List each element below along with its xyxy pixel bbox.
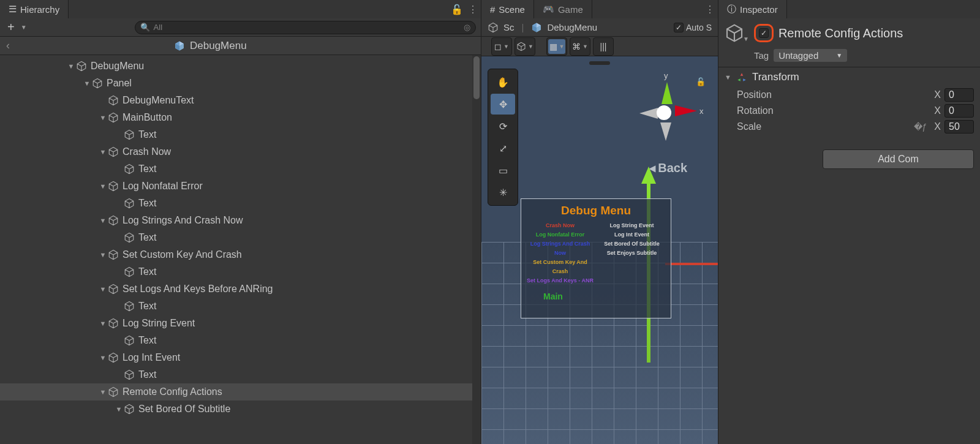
tree-item[interactable]: ▼Log Nonfatal Error <box>0 178 481 195</box>
scrollbar[interactable] <box>472 55 481 444</box>
tree-item[interactable]: Text <box>0 332 481 349</box>
tree-item[interactable]: Text <box>0 229 481 246</box>
rotation-x-field[interactable]: 0 <box>944 104 974 118</box>
prefab-caret-icon[interactable]: ▼ <box>743 36 749 42</box>
draw-mode-button[interactable]: ◻▼ <box>493 39 510 54</box>
auto-checkbox[interactable]: ✓ Auto S <box>674 23 712 32</box>
orientation-gizmo[interactable]: y x 🔓 <box>626 75 699 148</box>
tree-item[interactable]: ▼MainButton <box>0 109 481 126</box>
transform-tool[interactable]: ✳ <box>491 182 515 203</box>
tree-item[interactable]: ▼Set Logs And Keys Before ANRing <box>0 280 481 298</box>
gameobject-icon <box>108 249 119 260</box>
tree-item[interactable]: ▼Remote Config Actions <box>0 383 481 401</box>
position-x-field[interactable]: 0 <box>944 88 974 102</box>
transform-title: Transform <box>752 71 799 83</box>
tree-item[interactable]: Text <box>0 160 481 178</box>
overlay-grip[interactable] <box>589 61 610 65</box>
tree-item[interactable]: ▼Set Custom Key And Crash <box>0 246 481 263</box>
breadcrumb-back-icon[interactable]: ‹ <box>6 39 10 52</box>
scrollbar-thumb[interactable] <box>473 56 480 99</box>
foldout-icon[interactable]: ▼ <box>99 251 107 258</box>
grid-button[interactable]: ▦▼ <box>548 39 565 54</box>
foldout-icon[interactable]: ▼ <box>99 320 107 327</box>
scene-view[interactable]: ✋ ✥ ⟳ ⤢ ▭ ✳ y x 🔓 Back Debug Menu Crash … <box>481 56 718 444</box>
add-component-button[interactable]: Add Com <box>823 149 974 169</box>
move-handle-x[interactable] <box>665 263 718 265</box>
tab-hierarchy[interactable]: ☰ Hierarchy <box>0 0 69 18</box>
tree-item[interactable]: DebugMenuText <box>0 92 481 109</box>
rect-tool[interactable]: ▭ <box>491 160 515 181</box>
pivot-button[interactable]: ▼ <box>516 39 533 54</box>
debug-menu-title: Debug Menu <box>526 204 666 217</box>
foldout-icon[interactable]: ▼ <box>99 388 107 396</box>
crumb-current[interactable]: DebugMenu <box>547 22 597 32</box>
transform-header[interactable]: ▼ Transform <box>725 71 974 83</box>
tb-group-pivot: ▼ <box>514 37 535 56</box>
hierarchy-tree[interactable]: ▼DebugMenu▼PanelDebugMenuText▼MainButton… <box>0 55 481 444</box>
tree-item-label: Log String Event <box>123 318 195 329</box>
foldout-icon[interactable]: ▼ <box>725 73 731 81</box>
tag-value: Untagged <box>778 50 818 61</box>
tree-item-label: Log Strings And Crash Now <box>123 215 243 226</box>
foldout-icon[interactable]: ▼ <box>67 62 75 70</box>
tree-item[interactable]: Text <box>0 298 481 315</box>
search-target-icon[interactable]: ◎ <box>464 23 470 32</box>
foldout-icon[interactable]: ▼ <box>99 354 107 361</box>
debug-menu-ui: Debug Menu Crash NowLog Nonfatal ErrorLo… <box>521 198 671 318</box>
tree-item[interactable]: ▼Log Int Event <box>0 349 481 366</box>
search-input[interactable]: 🔍 All ◎ <box>135 21 476 34</box>
search-icon: 🔍 <box>140 23 150 32</box>
debug-menu-item: Log Int Event <box>598 230 666 239</box>
tree-item[interactable]: ▼Panel <box>0 75 481 92</box>
breadcrumb-label[interactable]: DebugMenu <box>190 40 247 52</box>
scale-tool[interactable]: ⤢ <box>491 138 515 159</box>
tree-item[interactable]: ▼Crash Now <box>0 143 481 160</box>
tab-game[interactable]: 🎮 Game <box>534 0 592 18</box>
tree-item[interactable]: Text <box>0 263 481 280</box>
tab-scene[interactable]: # Scene <box>481 0 534 18</box>
tag-dropdown[interactable]: Untagged ▼ <box>774 49 847 62</box>
create-button[interactable]: + <box>5 20 17 34</box>
foldout-icon[interactable]: ▼ <box>99 285 107 293</box>
object-name[interactable]: Remote Config Actions <box>778 26 903 40</box>
rotate-tool[interactable]: ⟳ <box>491 116 515 137</box>
active-checkbox[interactable]: ✓ <box>759 28 769 38</box>
crumb-prefix[interactable]: Sc <box>503 22 514 32</box>
scene-menu-icon[interactable]: ⋮ <box>702 0 718 18</box>
lock-icon[interactable]: 🔓 <box>449 0 465 18</box>
scale-x-field[interactable]: 50 <box>944 120 974 134</box>
tag-label: Tag <box>754 50 769 61</box>
foldout-icon[interactable]: ▼ <box>99 182 107 190</box>
tree-item[interactable]: ▼Log String Event <box>0 315 481 332</box>
debug-menu-item: Set Enjoys Subtitle <box>598 249 666 258</box>
foldout-icon[interactable]: ▼ <box>99 217 107 224</box>
foldout-icon[interactable]: ▼ <box>99 148 107 156</box>
snap-button[interactable]: ⌘▼ <box>571 39 589 54</box>
gameobject-icon <box>124 266 135 277</box>
tree-item[interactable]: ▼Set Bored Of Subtitle <box>0 401 481 418</box>
misc-button[interactable]: ||| <box>595 39 612 54</box>
tab-inspector[interactable]: ⓘ Inspector <box>718 0 787 18</box>
tree-item[interactable]: ▼Log Strings And Crash Now <box>0 212 481 229</box>
checkbox-icon: ✓ <box>674 23 684 32</box>
hand-tool[interactable]: ✋ <box>491 72 515 92</box>
gameobject-icon <box>108 318 119 329</box>
scene-tabbar: # Scene 🎮 Game ⋮ <box>481 0 718 18</box>
tree-item[interactable]: ▼DebugMenu <box>0 58 481 75</box>
constrain-icon[interactable]: �ƒ <box>914 122 927 132</box>
foldout-icon[interactable]: ▼ <box>99 114 107 121</box>
inspector-panel: ⓘ Inspector ▼ ✓ Remote Config Actions Ta… <box>718 0 980 444</box>
create-dropdown-icon[interactable]: ▼ <box>21 24 27 31</box>
move-tool[interactable]: ✥ <box>491 94 515 115</box>
hierarchy-tabbar: ☰ Hierarchy 🔓 ⋮ <box>0 0 481 18</box>
panel-menu-icon[interactable]: ⋮ <box>465 0 481 18</box>
tree-item[interactable]: Text <box>0 195 481 212</box>
hierarchy-icon: ☰ <box>9 4 17 15</box>
tree-item[interactable]: Text <box>0 126 481 143</box>
gameobject-icon <box>124 232 135 243</box>
gameobject-icon <box>92 78 103 89</box>
foldout-icon[interactable]: ▼ <box>115 405 123 413</box>
tree-item[interactable]: Text <box>0 366 481 383</box>
gizmo-lock-icon[interactable]: 🔓 <box>696 77 706 86</box>
foldout-icon[interactable]: ▼ <box>83 80 91 87</box>
